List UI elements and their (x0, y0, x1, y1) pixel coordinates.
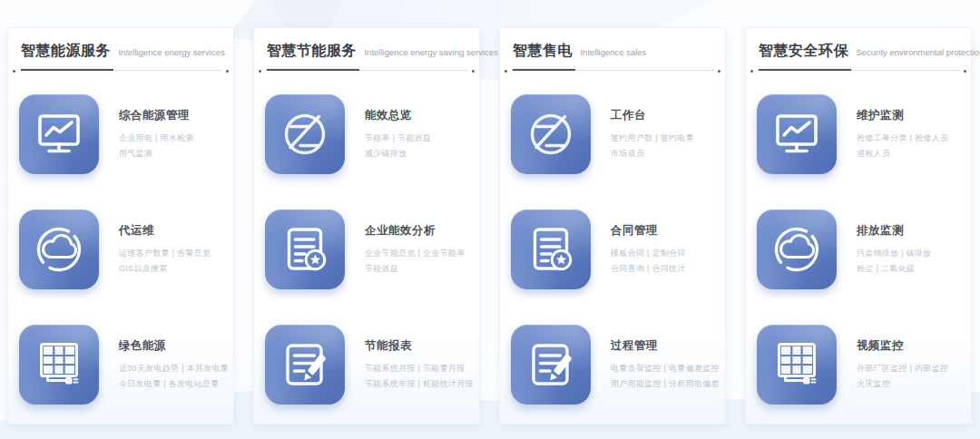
card-text: 能效总览 节能率 | 节能效益减少碳排放 (365, 94, 431, 161)
card-title: 视频监控 (857, 338, 948, 354)
card-subtitle-line: 火灾监控 (857, 376, 948, 392)
monitor-chart-icon (19, 94, 99, 174)
panel-header: 智慧售电 Intelligence sales (511, 42, 714, 71)
card-subtitle-line: 今日发电量 | 各发电站总量 (119, 376, 222, 392)
card-subtitle-line: 节能效益 (365, 261, 466, 277)
card-list: 工作台 签约用户数 | 签约电量市场成员 合同管理 模板合同 | 定制合同合同查… (511, 94, 714, 405)
panel-header: 智慧能源服务 Intelligence energy services (19, 42, 222, 71)
card-subtitle-line: 企业节能总览 | 企业节能率 (365, 246, 466, 261)
document-star-icon (265, 210, 345, 289)
card-subtitle-block: 抢修工单分类 | 抢修人员巡检人员 (857, 131, 948, 161)
service-card[interactable]: 工作台 签约用户数 | 签约电量市场成员 (511, 94, 714, 174)
card-title: 节能报表 (365, 338, 468, 354)
card-title: 代运维 (119, 223, 211, 239)
card-text: 节能报表 节能系统月报 | 节能量月报节能系统年报 | 耗能统计月报 (365, 325, 468, 392)
card-subtitle-block: 企业节能总览 | 企业节能率节能效益 (365, 246, 466, 277)
panel-title-en: Intelligence sales (580, 47, 646, 57)
card-subtitle-line: GIS以及搜索 (119, 261, 211, 277)
card-subtitle-block: 污染物排放 | 碳排放粉尘 | 二氧化硫 (857, 246, 932, 277)
card-list: 维护监测 抢修工单分类 | 抢修人员巡检人员 排放监测 污染物排放 | 碳排放粉… (757, 94, 960, 405)
panel-title-zh: 智慧售电 (513, 42, 573, 61)
card-subtitle-line: 抢修工单分类 | 抢修人员 (857, 131, 948, 146)
card-subtitle-block: 电量负荷监控 | 电量偏差监控用户用能监控 | 分析用电偏差 (611, 361, 714, 392)
card-subtitle-block: 签约用户数 | 签约电量市场成员 (611, 131, 694, 161)
card-subtitle-line: 企业用电 | 用水检测 (119, 131, 194, 146)
card-subtitle-line: 减少碳排放 (365, 146, 431, 161)
document-star-icon (511, 210, 591, 289)
document-pencil-icon (265, 325, 345, 405)
service-card[interactable]: 维护监测 抢修工单分类 | 抢修人员巡检人员 (757, 94, 960, 174)
document-pencil-icon (511, 325, 591, 405)
card-subtitle-line: 节能系统月报 | 节能量月报 (365, 361, 468, 376)
monitor-chart-icon (757, 94, 837, 174)
panel-title-zh: 智慧安全环保 (759, 42, 848, 61)
panel-title-en: Intelligence energy saving services (364, 47, 497, 57)
service-card[interactable]: 视频监控 外部厂区监控 | 内部监控火灾监控 (757, 325, 960, 405)
card-text: 绿色能源 近30天发电趋势 | 本月发电量今日发电量 | 各发电站总量 (119, 325, 222, 392)
service-card[interactable]: 绿色能源 近30天发电趋势 | 本月发电量今日发电量 | 各发电站总量 (19, 325, 222, 405)
card-text: 企业能效分析 企业节能总览 | 企业节能率节能效益 (365, 210, 466, 277)
card-subtitle-line: 巡检人员 (857, 146, 948, 161)
card-subtitle-block: 外部厂区监控 | 内部监控火灾监控 (857, 361, 948, 392)
card-subtitle-line: 运维客户数量 | 告警总览 (119, 246, 211, 261)
card-subtitle-block: 节能系统月报 | 节能量月报节能系统年报 | 耗能统计月报 (365, 361, 468, 392)
panel-title-zh: 智慧节能服务 (267, 42, 357, 61)
card-text: 合同管理 模板合同 | 定制合同合同查询 | 合同统计 (611, 210, 686, 277)
panel-header: 智慧安全环保 Security environmental protection (757, 42, 960, 71)
card-list: 综合能源管理 企业用电 | 用水检测用气监测 代运维 运维客户数量 | 告警总览… (19, 94, 222, 405)
service-card[interactable]: 综合能源管理 企业用电 | 用水检测用气监测 (19, 94, 222, 174)
service-card[interactable]: 代运维 运维客户数量 | 告警总览GIS以及搜索 (19, 210, 222, 289)
card-title: 综合能源管理 (119, 108, 194, 123)
z-logo-icon (265, 94, 345, 174)
card-list: 能效总览 节能率 | 节能效益减少碳排放 企业能效分析 企业节能总览 | 企业节… (265, 94, 468, 405)
panel-title-en: Security environmental protection (856, 47, 980, 57)
card-text: 排放监测 污染物排放 | 碳排放粉尘 | 二氧化硫 (857, 210, 932, 277)
card-title: 排放监测 (857, 223, 932, 239)
card-title: 工作台 (611, 108, 694, 123)
solar-panel-icon (757, 325, 837, 405)
card-subtitle-line: 外部厂区监控 | 内部监控 (857, 361, 948, 376)
card-title: 过程管理 (611, 338, 714, 354)
card-title: 合同管理 (611, 223, 686, 239)
card-subtitle-line: 模板合同 | 定制合同 (611, 246, 686, 261)
cloud-icon (19, 210, 99, 289)
card-subtitle-line: 污染物排放 | 碳排放 (857, 246, 932, 261)
service-panel: 智慧售电 Intelligence sales 工作台 签约用户数 | 签约电量… (499, 27, 726, 424)
card-subtitle-line: 节能率 | 节能效益 (365, 131, 431, 146)
card-title: 能效总览 (365, 108, 431, 123)
service-card[interactable]: 过程管理 电量负荷监控 | 电量偏差监控用户用能监控 | 分析用电偏差 (511, 325, 714, 405)
card-subtitle-block: 节能率 | 节能效益减少碳排放 (365, 131, 431, 161)
panel-header: 智慧节能服务 Intelligence energy saving servic… (265, 42, 468, 71)
service-panel: 智慧能源服务 Intelligence energy services 综合能源… (7, 27, 234, 424)
z-logo-icon (511, 94, 591, 174)
card-text: 代运维 运维客户数量 | 告警总览GIS以及搜索 (119, 210, 211, 277)
card-subtitle-block: 模板合同 | 定制合同合同查询 | 合同统计 (611, 246, 686, 277)
card-title: 企业能效分析 (365, 223, 466, 239)
card-title: 绿色能源 (119, 338, 222, 354)
card-text: 综合能源管理 企业用电 | 用水检测用气监测 (119, 94, 194, 161)
card-text: 维护监测 抢修工单分类 | 抢修人员巡检人员 (857, 94, 948, 161)
card-subtitle-block: 企业用电 | 用水检测用气监测 (119, 131, 194, 161)
card-subtitle-line: 电量负荷监控 | 电量偏差监控 (611, 361, 714, 376)
card-text: 视频监控 外部厂区监控 | 内部监控火灾监控 (857, 325, 948, 392)
service-panels-row: 智慧能源服务 Intelligence energy services 综合能源… (7, 27, 972, 424)
service-panel: 智慧节能服务 Intelligence energy saving servic… (253, 27, 480, 424)
panel-title-zh: 智慧能源服务 (21, 42, 111, 61)
card-subtitle-line: 节能系统年报 | 耗能统计月报 (365, 376, 468, 392)
service-card[interactable]: 合同管理 模板合同 | 定制合同合同查询 | 合同统计 (511, 210, 714, 289)
card-subtitle-line: 用气监测 (119, 146, 194, 161)
card-title: 维护监测 (857, 108, 948, 123)
cloud-icon (757, 210, 837, 289)
service-card[interactable]: 节能报表 节能系统月报 | 节能量月报节能系统年报 | 耗能统计月报 (265, 325, 468, 405)
card-subtitle-line: 粉尘 | 二氧化硫 (857, 261, 932, 277)
card-subtitle-line: 合同查询 | 合同统计 (611, 261, 686, 277)
card-subtitle-line: 市场成员 (611, 146, 694, 161)
service-panel: 智慧安全环保 Security environmental protection… (745, 27, 972, 424)
panel-title-en: Intelligence energy services (118, 47, 224, 57)
service-card[interactable]: 排放监测 污染物排放 | 碳排放粉尘 | 二氧化硫 (757, 210, 960, 289)
card-subtitle-line: 近30天发电趋势 | 本月发电量 (119, 361, 222, 376)
card-subtitle-block: 运维客户数量 | 告警总览GIS以及搜索 (119, 246, 211, 277)
service-card[interactable]: 能效总览 节能率 | 节能效益减少碳排放 (265, 94, 468, 174)
service-card[interactable]: 企业能效分析 企业节能总览 | 企业节能率节能效益 (265, 210, 468, 289)
card-text: 过程管理 电量负荷监控 | 电量偏差监控用户用能监控 | 分析用电偏差 (611, 325, 714, 392)
